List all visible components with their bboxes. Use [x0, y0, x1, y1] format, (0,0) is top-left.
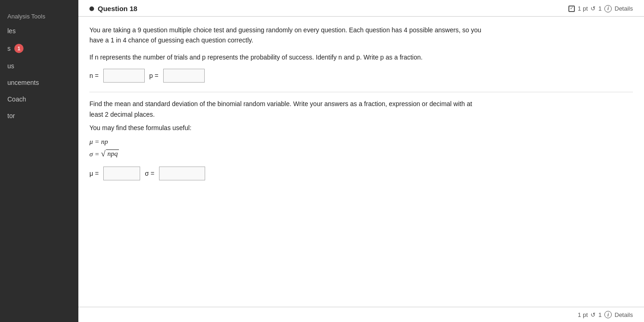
formula-mu: μ = np: [89, 138, 108, 145]
np-input-row: n = p =: [89, 69, 633, 83]
footer-points: 1 pt: [578, 311, 588, 318]
sidebar-item-s[interactable]: s 1: [0, 39, 78, 58]
sidebar-item-coach[interactable]: Coach: [0, 91, 78, 107]
footer-retry-icon: ↺: [591, 311, 596, 318]
sidebar-analysis-tools: Analysis Tools: [0, 9, 78, 23]
sidebar-badge-s: 1: [14, 44, 24, 53]
retry-icon: ↺: [591, 5, 596, 12]
p-label: p =: [149, 72, 159, 79]
question-text-1: You are taking a 9 question multiple cho…: [89, 25, 486, 46]
sidebar-item-announcements[interactable]: uncements: [0, 74, 78, 91]
question-text-2: If n represents the number of trials and…: [89, 52, 486, 62]
question-number: Question 18: [98, 5, 137, 12]
sqrt-container: √ npq: [101, 149, 119, 158]
useful-label: You may find these formulas useful:: [89, 124, 633, 131]
question-header: Question 18 1 pt ↺ 1 i Details: [78, 0, 644, 17]
n-input[interactable]: [103, 69, 145, 83]
check-icon: [568, 6, 575, 12]
footer-retries: 1: [598, 311, 602, 318]
mu-sigma-input-row: μ = σ =: [89, 167, 633, 180]
n-label: n =: [89, 72, 99, 79]
mu-input[interactable]: [103, 167, 140, 180]
sidebar-item-les[interactable]: les: [0, 23, 78, 39]
sigma-prefix: σ =: [89, 150, 101, 158]
sqrt-symbol-icon: √: [101, 149, 106, 158]
sigma-label: σ =: [145, 170, 154, 177]
question-footer: 1 pt ↺ 1 i Details: [78, 307, 644, 322]
question-dot-icon: [89, 6, 94, 11]
header-retries: 1: [598, 5, 602, 12]
header-points: 1 pt: [578, 5, 588, 12]
header-meta: 1 pt ↺ 1 i Details: [568, 5, 633, 12]
footer-details-label[interactable]: Details: [614, 311, 633, 318]
sidebar-item-s-label: s: [7, 45, 11, 52]
formula-sigma: σ = √ npq: [89, 150, 119, 158]
find-text: Find the mean and standard deviation of …: [89, 99, 486, 119]
sigma-input[interactable]: [159, 167, 205, 180]
mu-label: μ =: [89, 170, 99, 177]
p-input[interactable]: [163, 69, 205, 83]
sidebar-item-tor[interactable]: tor: [0, 107, 78, 124]
formula-sigma-block: σ = √ npq: [89, 149, 633, 158]
header-details-label[interactable]: Details: [614, 5, 633, 12]
main-content: Question 18 1 pt ↺ 1 i Details You are t…: [78, 0, 644, 322]
info-icon[interactable]: i: [604, 5, 612, 12]
section-divider: [89, 92, 633, 92]
footer-info-icon[interactable]: i: [604, 311, 612, 318]
sidebar: Analysis Tools les s 1 us uncements Coac…: [0, 0, 78, 322]
question-body: You are taking a 9 question multiple cho…: [78, 17, 644, 307]
formula-mu-block: μ = np: [89, 138, 633, 146]
sqrt-inner: npq: [106, 149, 119, 158]
question-title: Question 18: [89, 5, 137, 12]
sidebar-item-us[interactable]: us: [0, 58, 78, 74]
